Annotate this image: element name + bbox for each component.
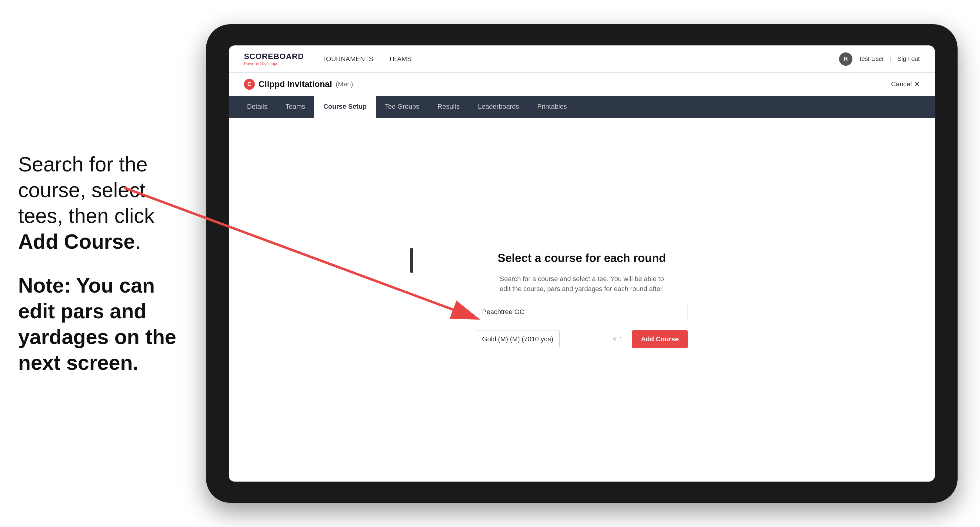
tab-tee-groups[interactable]: Tee Groups — [376, 96, 428, 118]
main-nav: TOURNAMENTS TEAMS — [322, 55, 839, 63]
main-content: Select a course for each round Search fo… — [229, 118, 935, 482]
tab-details[interactable]: Details — [238, 96, 276, 118]
nav-teams[interactable]: TEAMS — [388, 55, 412, 63]
course-search-input[interactable] — [476, 303, 688, 321]
instruction-note: Note: You canedit pars andyardages on th… — [18, 273, 188, 376]
logo-scoreboard: SCOREBOARD — [244, 52, 304, 61]
separator: | — [890, 56, 891, 62]
tournament-header: C Clippd Invitational (Men) Cancel ✕ — [229, 73, 935, 96]
app-header: SCOREBOARD Powered by clippd TOURNAMENTS… — [229, 45, 935, 73]
logo-area: SCOREBOARD Powered by clippd — [244, 52, 304, 66]
tablet-screen: SCOREBOARD Powered by clippd TOURNAMENTS… — [229, 45, 935, 482]
content-description: Search for a course and select a tee. Yo… — [497, 274, 667, 294]
header-right: R Test User | Sign out — [839, 52, 920, 66]
tournament-name: Clippd Invitational — [258, 79, 332, 89]
tablet-side-button — [410, 248, 413, 273]
cancel-label: Cancel — [891, 80, 912, 88]
tee-select[interactable]: Gold (M) (M) (7010 yds) — [476, 330, 560, 348]
cancel-button[interactable]: Cancel ✕ — [891, 80, 920, 88]
tablet-device: SCOREBOARD Powered by clippd TOURNAMENTS… — [206, 24, 958, 503]
sign-out-link[interactable]: Sign out — [897, 56, 920, 62]
course-setup-card: Select a course for each round Search fo… — [476, 252, 688, 348]
tee-select-wrapper: Gold (M) (M) (7010 yds) — [476, 330, 627, 348]
tab-results[interactable]: Results — [428, 96, 469, 118]
add-course-button[interactable]: Add Course — [632, 330, 688, 348]
user-avatar: R — [839, 52, 853, 66]
instruction-main: Search for the course, select tees, then… — [18, 151, 188, 254]
tab-printables[interactable]: Printables — [528, 96, 576, 118]
tournament-title-area: C Clippd Invitational (Men) — [244, 79, 353, 90]
cancel-icon: ✕ — [914, 80, 920, 88]
logo-powered: Powered by clippd — [244, 61, 304, 66]
tournament-icon: C — [244, 79, 255, 90]
instruction-panel: Search for the course, select tees, then… — [0, 0, 206, 527]
tournament-badge: (Men) — [336, 80, 353, 88]
tab-navigation: Details Teams Course Setup Tee Groups Re… — [229, 96, 935, 118]
user-name: Test User — [859, 56, 884, 62]
nav-tournaments[interactable]: TOURNAMENTS — [322, 55, 374, 63]
tab-leaderboards[interactable]: Leaderboards — [469, 96, 528, 118]
instruction-bold: Add Course — [18, 230, 135, 253]
tab-course-setup[interactable]: Course Setup — [314, 96, 376, 118]
content-title: Select a course for each round — [498, 252, 666, 265]
tee-selector-row: Gold (M) (M) (7010 yds) Add Course — [476, 330, 688, 348]
tab-teams[interactable]: Teams — [276, 96, 314, 118]
